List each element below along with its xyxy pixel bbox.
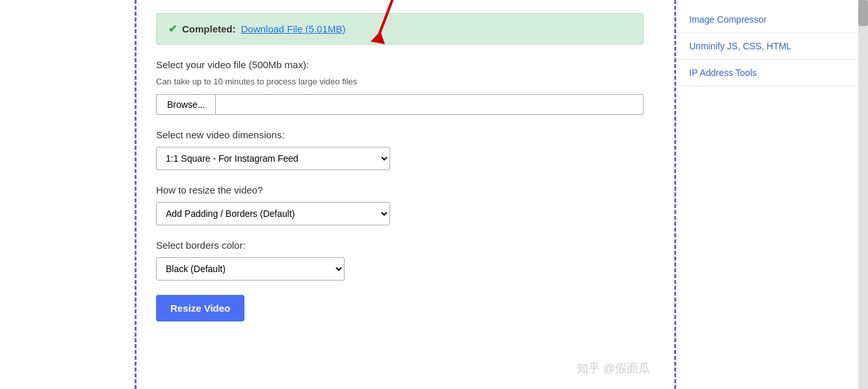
border-color-label: Select borders color: [156,240,644,251]
dimensions-label: Select new video dimensions: [156,129,644,140]
scrollbar-thumb[interactable] [858,0,868,26]
scrollbar[interactable] [858,0,868,389]
browse-button[interactable]: Browse... [156,94,215,115]
sidebar-item-unminify[interactable]: Unminify JS, CSS, HTML [676,33,858,60]
sidebar-item-ip-tools[interactable]: IP Address Tools [676,60,858,86]
border-color-select[interactable]: Black (Default) White Gray [156,257,345,281]
file-input-row: Browse... [156,94,644,115]
file-section: Select your video file (500Mb max): Can … [156,59,644,115]
main-panel: ✔ Completed: Download File (5.01MB) Sele… [137,0,663,389]
watermark: 知乎 @假面瓜 [577,360,650,376]
sidebar: Image Compressor Unminify JS, CSS, HTML … [676,0,858,389]
file-section-label: Select your video file (500Mb max): [156,59,644,70]
resize-method-section: How to resize the video? Add Padding / B… [156,184,644,225]
completed-label: Completed: [182,23,236,34]
right-border-panel [663,0,676,389]
file-name-display [215,94,644,115]
sidebar-item-image-compressor[interactable]: Image Compressor [676,6,858,33]
dimensions-select[interactable]: 1:1 Square - For Instagram Feed 16:9 Lan… [156,147,390,170]
svg-marker-1 [371,31,385,44]
file-section-sub: Can take up to 10 minutes to process lar… [156,77,644,86]
resize-video-button[interactable]: Resize Video [156,295,244,321]
resize-method-label: How to resize the video? [156,184,644,195]
left-border-panel [0,0,137,389]
download-link[interactable]: Download File (5.01MB) [241,23,346,34]
border-color-section: Select borders color: Black (Default) Wh… [156,240,644,281]
check-icon: ✔ [168,23,177,35]
red-arrow-icon [358,0,410,49]
dimensions-section: Select new video dimensions: 1:1 Square … [156,129,644,170]
resize-method-select[interactable]: Add Padding / Borders (Default) Crop to … [156,202,390,225]
